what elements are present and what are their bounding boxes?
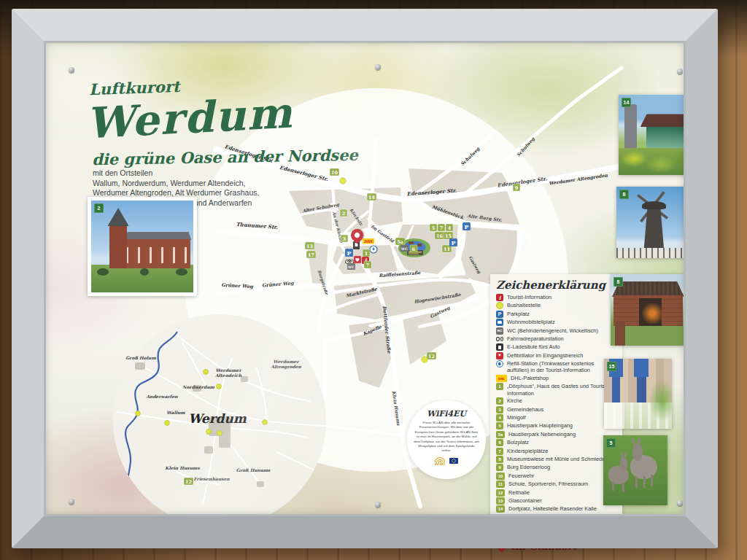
legend-item: 4Minigolf xyxy=(496,414,617,421)
numbered-marker: 7 xyxy=(438,224,445,231)
legend-item-label: Dorfplatz, Haltestelle Rasender Kalle xyxy=(508,505,597,512)
defib-icon: ♥ xyxy=(496,352,503,359)
defibrillator-icon: ♥ xyxy=(354,256,361,263)
svg-text:1: 1 xyxy=(365,251,368,257)
wifi-logos: WiFi4EU xyxy=(414,456,479,466)
num-icon: 8 xyxy=(496,456,503,463)
num-icon: 12 xyxy=(496,489,505,497)
screw xyxy=(69,67,74,73)
photo-badge: 5 xyxy=(606,438,616,448)
legend-item-label: Kirche xyxy=(507,397,522,404)
inset-place-label: Klein Husums xyxy=(165,465,200,470)
numbered-marker: 2 xyxy=(340,209,347,217)
num-icon: 2 xyxy=(496,397,503,405)
svg-text:12: 12 xyxy=(185,479,192,485)
numbered-marker: 12 xyxy=(427,352,436,359)
svg-text:5: 5 xyxy=(432,225,435,231)
svg-text:9: 9 xyxy=(515,185,519,191)
legend-your-location: Ihr Standort xyxy=(496,541,617,552)
legend-items: iTourist-InformationBushaltestellePParkp… xyxy=(496,294,617,538)
bus-stop-dot xyxy=(340,178,346,184)
svg-text:♥: ♥ xyxy=(355,257,360,263)
photo-dorfplatz-pavilion: 14 xyxy=(619,95,696,175)
svg-text:P: P xyxy=(451,239,455,246)
legend-item: 14Dorfplatz, Haltestelle Rasender Kalle xyxy=(496,505,617,513)
bus-stop-dot xyxy=(204,370,209,375)
legend-item: 17Pudding-Park xyxy=(496,531,617,538)
legend-item: 2Kirche xyxy=(496,397,617,405)
inset-place-label: Groß Holum xyxy=(125,355,156,360)
refill-icon xyxy=(496,360,503,368)
svg-text:13: 13 xyxy=(306,244,313,249)
screw xyxy=(375,502,381,508)
wc-icon: WC xyxy=(400,245,409,252)
svg-text:11: 11 xyxy=(444,246,450,252)
svg-text:7: 7 xyxy=(366,262,369,268)
bus-stop-dot xyxy=(217,384,222,389)
numbered-marker: 13 xyxy=(305,242,314,249)
bus-icon xyxy=(496,302,503,309)
inset-place-label: Nordwerdum xyxy=(182,384,215,389)
wifi-icon xyxy=(435,456,445,463)
legend-item-label: Reithalle xyxy=(508,489,530,496)
numbered-marker: 5 xyxy=(430,224,437,231)
street-label: Schulweg xyxy=(515,136,536,158)
screw xyxy=(677,500,683,506)
bus-stop-dot xyxy=(136,411,141,416)
legend-item-label: Bushaltestelle xyxy=(507,302,541,308)
numbered-marker: 14 xyxy=(367,193,376,201)
p-icon: P xyxy=(496,311,503,318)
numbered-marker: 9 xyxy=(513,184,520,191)
legend-item: 5Haustierpark Haupteingang xyxy=(496,422,617,429)
legend-item: 9Burg Edenserloog xyxy=(496,464,617,471)
location-pin-icon xyxy=(496,540,508,552)
bus-stop-dot xyxy=(217,431,222,436)
legend-item: 7Kinderspielplätze xyxy=(496,448,617,455)
refill-station-icon xyxy=(370,246,377,253)
legend-item-label: E-Ladesäule fürs Auto xyxy=(507,343,560,350)
svg-text:16: 16 xyxy=(436,233,443,239)
legend-item-label: WC (Behindertengerecht, Wickeltisch) xyxy=(507,327,598,334)
svg-text:P: P xyxy=(464,223,468,230)
legend-item: Refill-Station (Trinkwasser kostenlos au… xyxy=(496,360,617,374)
num-icon: 17 xyxy=(496,531,505,538)
photo-badge: 8 xyxy=(614,277,623,287)
numbered-marker: 5a xyxy=(395,238,405,245)
legend-item-label: Fitness-Parcours, Barfußpfad xyxy=(508,522,579,529)
ev-icon xyxy=(496,343,503,351)
photo-badge: 14 xyxy=(622,98,631,107)
legend-item-label: Kinderspielplätze xyxy=(507,448,548,454)
numbered-marker: 4 xyxy=(446,224,453,231)
legend-item: DHLDHL-Paketshop xyxy=(496,375,617,382)
svg-text:12: 12 xyxy=(428,354,435,359)
svg-text:WC: WC xyxy=(347,265,355,269)
svg-text:4: 4 xyxy=(448,225,452,231)
numbered-marker: 6 xyxy=(410,245,417,252)
parking-icon: P xyxy=(462,222,471,230)
wifi4eu-logo-text: WiFi4EU xyxy=(435,463,446,466)
svg-text:2: 2 xyxy=(342,211,345,217)
num-icon: 11 xyxy=(496,481,505,488)
rv-icon xyxy=(496,319,503,326)
bus-stop-dot xyxy=(206,429,212,435)
num-icon: 5a xyxy=(496,431,505,438)
wifi4eu-circle: WiFi4EU Freies W-LAN über alle zentralen… xyxy=(407,400,486,479)
numbered-marker: 3 xyxy=(341,235,348,242)
legend-item: ♥Defibrillator im Eingangsbereich xyxy=(496,352,617,359)
num-icon: 16 xyxy=(496,522,505,529)
your-location-label: Ihr Standort xyxy=(511,541,577,552)
num-icon: 5 xyxy=(496,422,503,429)
photo-badge: 8 xyxy=(619,190,629,199)
info-icon: i xyxy=(496,294,503,301)
legend-item-label: Pudding-Park xyxy=(508,531,541,537)
legend-item-label: Haustierpark Haupteingang xyxy=(507,422,573,429)
svg-text:17: 17 xyxy=(308,252,314,258)
legend-item: PParkplatz xyxy=(496,311,617,318)
photo-windmill: 8 xyxy=(616,187,687,258)
legend-panel: Zeichenerklärung iTourist-InformationBus… xyxy=(490,274,622,518)
legend-item: 10Feuerwehr xyxy=(496,472,617,480)
legend-item-label: Defibrillator im Eingangsbereich xyxy=(507,352,583,359)
wc-icon: WC xyxy=(496,327,503,335)
photo-kneipp-treading: 15 xyxy=(604,359,672,429)
werdum-information-board-photo: Edenserloger Str.Edenserloger Str.Edense… xyxy=(0,0,747,560)
